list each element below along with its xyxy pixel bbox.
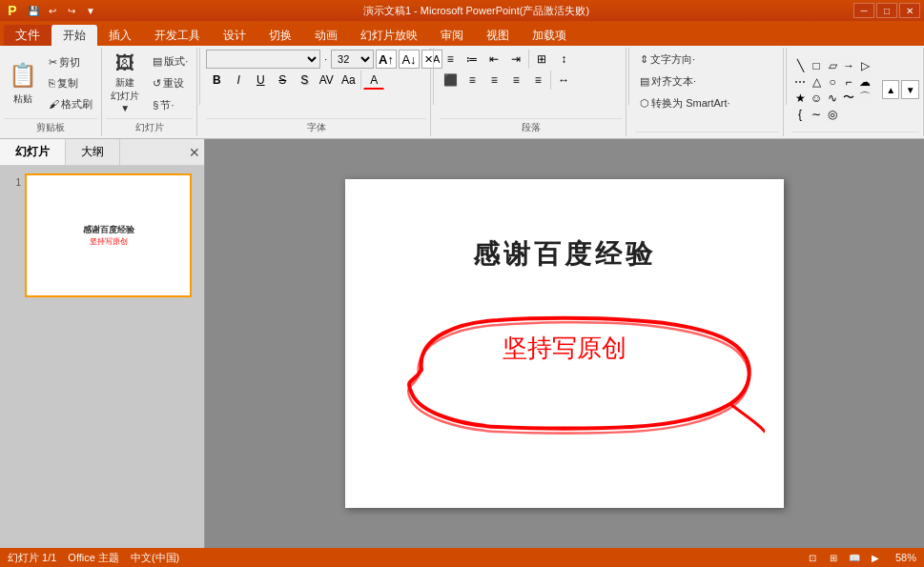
- shape-star-btn[interactable]: ★: [792, 91, 808, 106]
- tab-devtools[interactable]: 开发工具: [143, 25, 212, 46]
- clipboard-side: ✂ 剪切 ⎘ 复制 🖌 格式刷: [44, 52, 97, 114]
- textdir-content: ⇕ 文字方向· ▤ 对齐文本· ⬡ 转换为 SmartArt·: [635, 50, 779, 130]
- shadow-button[interactable]: S: [294, 71, 315, 90]
- shape-line-btn[interactable]: ╲: [792, 58, 808, 73]
- section-button[interactable]: § 节·: [148, 95, 193, 115]
- customize-button[interactable]: ▼: [82, 2, 99, 19]
- undo-button[interactable]: ↩: [44, 2, 61, 19]
- shape-arc-btn[interactable]: ⌒: [857, 91, 873, 106]
- panel-tab-slides[interactable]: 幻灯片: [0, 139, 66, 165]
- line-spacing-button[interactable]: ↕: [553, 50, 574, 69]
- convert-smartart-button[interactable]: ⬡ 转换为 SmartArt·: [635, 93, 735, 113]
- bullets-button[interactable]: ≡: [440, 50, 461, 69]
- layout-button[interactable]: ▤ 版式·: [148, 51, 193, 71]
- underline-button[interactable]: U: [250, 71, 271, 90]
- view-slideshow-btn[interactable]: ▶: [867, 549, 884, 566]
- tab-transition[interactable]: 切换: [257, 25, 303, 46]
- tab-addins[interactable]: 加载项: [521, 25, 578, 46]
- para-sep1: [528, 50, 529, 69]
- textdir-label: [635, 132, 779, 134]
- redo-button[interactable]: ↪: [63, 2, 80, 19]
- panel-tab-outline[interactable]: 大纲: [66, 139, 120, 165]
- tab-start[interactable]: 开始: [51, 25, 97, 46]
- cut-button[interactable]: ✂ 剪切: [44, 52, 97, 72]
- smart-art-convert[interactable]: ↔: [553, 71, 574, 90]
- format-paint-icon: 🖌: [49, 98, 59, 110]
- minimize-button[interactable]: ─: [853, 3, 874, 18]
- shapes-scroll-down[interactable]: ▼: [901, 80, 919, 99]
- align-center-button[interactable]: ≡: [462, 71, 483, 90]
- shape-7btn[interactable]: ⌐: [841, 74, 856, 90]
- paste-button[interactable]: 📋 粘贴: [4, 52, 42, 113]
- tab-design[interactable]: 设计: [212, 25, 257, 46]
- align-justify2-button[interactable]: ≡: [527, 71, 548, 90]
- separator-4: [786, 48, 787, 105]
- close-button[interactable]: ✕: [899, 3, 920, 18]
- shape-circle-btn[interactable]: ○: [825, 74, 840, 90]
- shape-rect-btn[interactable]: □: [809, 58, 824, 73]
- paste-label: 粘贴: [13, 92, 32, 106]
- tab-review[interactable]: 审阅: [429, 25, 475, 46]
- shape-wave-btn[interactable]: ∼: [809, 107, 824, 122]
- justify-button[interactable]: ≡: [505, 71, 526, 90]
- view-normal-btn[interactable]: ⊡: [804, 549, 821, 566]
- text-direction-label: 文字方向·: [650, 52, 695, 67]
- font-name-select[interactable]: [206, 50, 320, 69]
- align-right-button[interactable]: ≡: [483, 71, 504, 90]
- format-paint-button[interactable]: 🖌 格式刷: [44, 94, 97, 114]
- shape-parallelogram-btn[interactable]: ▱: [825, 58, 840, 73]
- status-bar: 幻灯片 1/1 Office 主题 中文(中国) ⊡ ⊞ 📖 ▶ 58%: [0, 548, 924, 567]
- shape-smile-btn[interactable]: ☺: [809, 91, 824, 106]
- char-spacing-button[interactable]: AV: [316, 71, 337, 90]
- paragraph-label: 段落: [440, 118, 622, 134]
- shape-chevron-btn[interactable]: ▷: [857, 58, 873, 73]
- tab-animation[interactable]: 动画: [303, 25, 349, 46]
- numbering-button[interactable]: ≔: [462, 50, 483, 69]
- font-size-select[interactable]: 32: [331, 50, 374, 69]
- tab-file[interactable]: 文件: [4, 25, 51, 46]
- italic-button[interactable]: I: [228, 71, 249, 90]
- copy-label: 复制: [57, 76, 78, 91]
- save-button[interactable]: 💾: [25, 2, 42, 19]
- slides-label: 幻灯片: [106, 118, 193, 134]
- layout-icon: ▤: [153, 55, 162, 68]
- shape-triangle-btn[interactable]: △: [809, 74, 824, 90]
- text-direction-button[interactable]: ⇕ 文字方向·: [635, 50, 700, 70]
- increase-indent-button[interactable]: ⇥: [505, 50, 526, 69]
- tab-view[interactable]: 视图: [475, 25, 521, 46]
- shape-more-btn[interactable]: ⋯: [792, 74, 808, 90]
- window-controls: ─ □ ✕: [853, 3, 920, 18]
- shape-squiggle-btn[interactable]: 〜: [841, 91, 856, 106]
- copy-button[interactable]: ⎘ 复制: [44, 73, 97, 93]
- new-slide-button[interactable]: 🖼 新建幻灯片▼: [106, 52, 144, 113]
- reset-button[interactable]: ↺ 重设: [148, 73, 193, 93]
- maximize-button[interactable]: □: [876, 3, 897, 18]
- paragraph-content: ≡ ≔ ⇤ ⇥ ⊞ ↕ ⬛ ≡ ≡ ≡ ≡ ↔: [440, 50, 622, 116]
- decrease-font-button[interactable]: A↓: [399, 50, 420, 69]
- slide-canvas[interactable]: 感谢百度经验 坚持写原创: [345, 179, 784, 508]
- font-color-button[interactable]: A: [363, 71, 384, 90]
- font-row-2: B I U S S AV Aa A: [206, 71, 384, 90]
- align-left-button[interactable]: ⬛: [440, 71, 461, 90]
- columns-button[interactable]: ⊞: [531, 50, 552, 69]
- increase-font-button[interactable]: A↑: [376, 50, 397, 69]
- shape-brace-btn[interactable]: {: [792, 107, 808, 122]
- panel-close-button[interactable]: ✕: [189, 145, 200, 160]
- shapes-grid: ╲ □ ▱ → ▷ ⋯ △ ○ ⌐ ☁ ★ ☺ ∿ 〜 ⌒ { ∼ ◎: [792, 58, 880, 122]
- align-text-button[interactable]: ▤ 对齐文本·: [635, 71, 701, 91]
- shape-curve-btn[interactable]: ∿: [825, 91, 840, 106]
- shape-ring-btn[interactable]: ◎: [825, 107, 840, 122]
- view-reading-btn[interactable]: 📖: [846, 549, 863, 566]
- shape-arrow-right-btn[interactable]: →: [841, 58, 856, 73]
- view-slide-sorter-btn[interactable]: ⊞: [825, 549, 842, 566]
- shapes-scroll-up[interactable]: ▲: [882, 80, 900, 99]
- shape-cloud-btn[interactable]: ☁: [857, 74, 873, 90]
- tab-insert[interactable]: 插入: [97, 25, 143, 46]
- change-case-button[interactable]: Aa: [338, 71, 359, 90]
- decrease-indent-button[interactable]: ⇤: [483, 50, 504, 69]
- strikethrough-button[interactable]: S: [272, 71, 293, 90]
- slide-thumb-1[interactable]: 感谢百度经验 坚持写原创: [25, 173, 192, 297]
- bold-button[interactable]: B: [206, 71, 227, 90]
- tab-slideshow[interactable]: 幻灯片放映: [349, 25, 429, 46]
- slide-thumb-title: 感谢百度经验: [83, 224, 134, 236]
